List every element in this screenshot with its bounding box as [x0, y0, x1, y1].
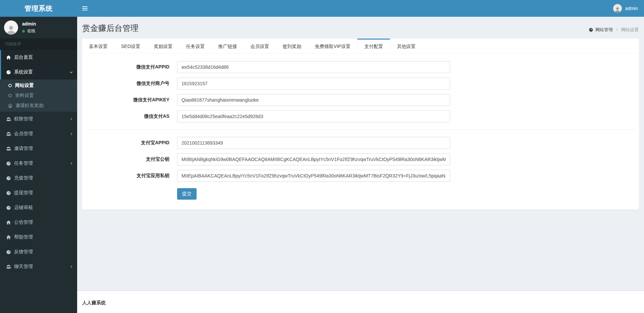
sidebar-item-label: 后台首页: [14, 54, 33, 60]
sidebar-item-admin-home[interactable]: 后台首页: [0, 50, 77, 65]
tab-promo-link[interactable]: 推广链接: [212, 39, 244, 53]
alipay-appid-label: 支付宝APPID: [86, 137, 177, 149]
online-dot-icon: [22, 30, 25, 33]
sidebar-item-announcement-mgmt[interactable]: 公告管理: [0, 215, 77, 230]
sidebar-item-task-mgmt[interactable]: 任务管理: [0, 156, 77, 171]
alipay-appid-input[interactable]: [177, 137, 450, 149]
sidebar-item-system-settings[interactable]: 系统设置: [0, 65, 77, 80]
user-avatar-icon: [613, 4, 622, 13]
page-title: 赏金赚后台管理: [82, 23, 639, 34]
circle-icon: [8, 84, 12, 88]
sidebar-item-label: 权限管理: [14, 116, 33, 122]
sidebar-item-invite-mgmt[interactable]: 邀请管理: [0, 141, 77, 156]
sidebar-item-permission-mgmt[interactable]: 权限管理: [0, 112, 77, 126]
tab-task-settings[interactable]: 任务设置: [179, 39, 212, 53]
section-divider: [86, 129, 636, 130]
sidebar-subitem-label: 邀请好友奖励: [15, 103, 44, 109]
user-menu-button[interactable]: admin: [613, 4, 644, 13]
wechat-merchant-id-input[interactable]: [177, 77, 450, 90]
sidebar-item-label: 公告管理: [14, 219, 33, 225]
users-icon: [6, 117, 11, 121]
home-icon: [6, 55, 11, 60]
dashboard-icon: [6, 250, 11, 255]
settings-tab-box: 基本设置 SEO设置 奖励设置 任务设置 推广链接 会员设置 签到奖励 免费领取…: [82, 39, 639, 210]
sidebar-submenu-system-settings: 网站设置 资料设置 邀请好友奖励: [0, 80, 77, 112]
dashboard-icon: [589, 28, 593, 32]
sidebar-subitem-invite-reward[interactable]: 邀请好友奖励: [0, 101, 77, 111]
sidebar-item-feedback-mgmt[interactable]: 反馈管理: [0, 245, 77, 259]
sidebar-item-label: 提现管理: [14, 190, 33, 196]
breadcrumb-current: 网站设置: [621, 27, 639, 33]
wechat-apikey-label: 微信支付APIKEY: [86, 94, 177, 106]
sidebar-user-name: admin: [22, 21, 36, 27]
sidebar-subitem-site-settings[interactable]: 网站设置: [0, 81, 77, 91]
sidebar-toggle-button[interactable]: [77, 0, 93, 17]
top-navbar: 管理系统 admin: [0, 0, 644, 17]
submit-button[interactable]: 提交: [177, 188, 197, 200]
sidebar-item-label: 充值管理: [14, 175, 33, 181]
chevron-left-icon: [70, 161, 73, 165]
settings-tabs: 基本设置 SEO设置 奖励设置 任务设置 推广链接 会员设置 签到奖励 免费领取…: [82, 39, 639, 53]
dashboard-icon: [6, 161, 11, 166]
tab-checkin-reward[interactable]: 签到奖励: [276, 39, 308, 53]
sidebar-subitem-label: 资料设置: [15, 93, 34, 99]
circle-icon: [8, 94, 12, 98]
user-circle-icon: [8, 104, 12, 108]
sidebar-item-member-mgmt[interactable]: 会员管理: [0, 126, 77, 141]
chevron-left-icon: [70, 265, 73, 269]
sidebar-item-recharge-mgmt[interactable]: 充值管理: [0, 171, 77, 186]
wechat-merchant-id-label: 微信支付商户号: [86, 77, 177, 90]
sidebar-user-status[interactable]: 在线: [22, 28, 36, 34]
sidebar-user-panel: admin 在线: [0, 17, 77, 38]
tab-other-settings[interactable]: 其他设置: [390, 39, 422, 53]
breadcrumb: 网站管理 > 网站设置: [589, 27, 639, 33]
dashboard-icon: [6, 70, 11, 75]
sidebar-item-help-mgmt[interactable]: 帮助管理: [0, 230, 77, 245]
alipay-private-key-input[interactable]: [177, 170, 450, 182]
avatar: [4, 20, 18, 35]
brand-logo[interactable]: 管理系统: [0, 0, 77, 17]
sidebar-item-label: 会员管理: [14, 131, 33, 137]
sidebar-item-chat-mgmt[interactable]: 聊天管理: [0, 259, 77, 274]
users-icon: [6, 264, 11, 269]
alipay-public-key-input[interactable]: [177, 153, 450, 165]
alipay-private-key-label: 支付宝应用私钥: [86, 170, 177, 182]
chevron-left-icon: [70, 132, 73, 136]
breadcrumb-separator: >: [616, 28, 618, 32]
wechat-as-label: 微信支付AS: [86, 110, 177, 122]
wechat-appid-input[interactable]: [177, 61, 450, 73]
tab-seo-settings[interactable]: SEO设置: [114, 39, 147, 53]
sidebar-item-label: 反馈管理: [14, 249, 33, 255]
tab-member-settings[interactable]: 会员设置: [244, 39, 276, 53]
wechat-as-input[interactable]: [177, 110, 450, 122]
sidebar-subitem-label: 网站设置: [15, 83, 34, 89]
dashboard-icon: [6, 176, 11, 181]
chevron-down-icon: [69, 70, 73, 74]
sidebar-item-label: 店铺审核: [14, 205, 33, 211]
sidebar-item-withdraw-mgmt[interactable]: 提现管理: [0, 186, 77, 200]
breadcrumb-parent[interactable]: 网站管理: [589, 27, 613, 33]
sidebar-subitem-profile-settings[interactable]: 资料设置: [0, 91, 77, 101]
tab-reward-settings[interactable]: 奖励设置: [147, 39, 179, 53]
tab-basic-settings[interactable]: 基本设置: [82, 39, 114, 53]
tab-payment-config[interactable]: 支付配置: [357, 39, 390, 53]
sidebar-item-label: 任务管理: [14, 160, 33, 166]
sidebar-item-label: 邀请管理: [14, 146, 33, 152]
sidebar-item-label: 聊天管理: [14, 264, 33, 270]
tab-free-vip-settings[interactable]: 免费领取VIP设置: [308, 39, 358, 53]
content-header: 赏金赚后台管理 网站管理 > 网站设置: [77, 17, 644, 34]
users-icon: [6, 132, 11, 136]
dashboard-icon: [6, 191, 11, 196]
wechat-appid-label: 微信支付APPID: [86, 61, 177, 73]
top-user-name: admin: [625, 6, 638, 11]
wechat-apikey-input[interactable]: [177, 94, 450, 106]
page-footer: 人人赚系统: [77, 291, 644, 313]
dashboard-icon: [6, 205, 11, 210]
alipay-public-key-label: 支付宝公钥: [86, 153, 177, 165]
users-icon: [6, 146, 11, 151]
payment-config-form: 微信支付APPID 微信支付商户号 微信支付APIKEY 微信支付AS: [82, 53, 639, 210]
sidebar-item-shop-review[interactable]: 店铺审核: [0, 200, 77, 215]
sidebar-item-label: 帮助管理: [14, 234, 33, 240]
sidebar-item-label: 系统设置: [14, 69, 33, 75]
home-icon: [6, 220, 11, 225]
